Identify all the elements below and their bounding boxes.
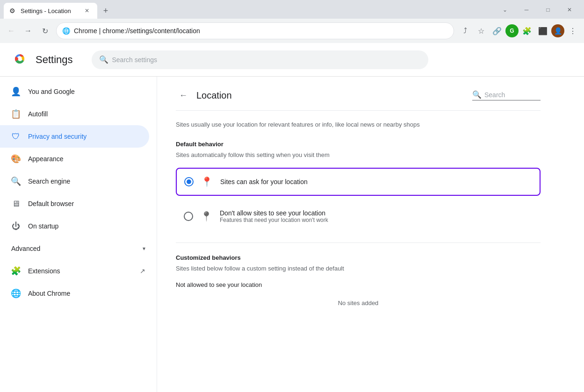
page-title: Location	[196, 90, 232, 101]
content-area: ← Location 🔍 Search Sites usually use yo…	[157, 77, 559, 325]
sidebar-item-privacy-security[interactable]: 🛡 Privacy and security	[0, 125, 149, 148]
forward-button[interactable]: →	[21, 23, 36, 38]
deny-location-option[interactable]: 📍 Don't allow sites to see your location…	[176, 201, 541, 231]
minimize-button[interactable]: ─	[516, 3, 537, 17]
content-header: ← Location 🔍 Search	[176, 88, 541, 111]
sidebar-item-label: Privacy and security	[28, 133, 87, 140]
sidebar-item-label: Search engine	[28, 178, 70, 185]
customized-subtitle: Sites listed below follow a custom setti…	[176, 265, 541, 272]
address-favicon: 🌐	[62, 27, 70, 35]
content-search[interactable]: 🔍 Search	[472, 90, 541, 100]
toolbar-icons: ⤴ ☆ 🔗 G 🧩 ⬛ 👤 ⋮	[458, 23, 580, 38]
deny-label-group: Don't allow sites to see your location F…	[220, 209, 328, 223]
window-controls: ⌄ ─ □ ✕	[494, 3, 580, 17]
extensions-puzzle-icon: 🧩	[11, 266, 21, 276]
default-behavior-subtitle: Sites automatically follow this setting …	[176, 151, 541, 158]
active-tab[interactable]: ⚙ Settings - Location ✕	[4, 3, 97, 19]
chevron-down-button[interactable]: ⌄	[494, 3, 516, 17]
section-divider	[176, 242, 541, 243]
sidebar-toggle-icon[interactable]: ⬛	[535, 23, 550, 38]
settings-body: 👤 You and Google 📋 Autofill 🛡 Privacy an…	[0, 77, 584, 392]
no-sites-text: No sites added	[176, 292, 541, 314]
sidebar-item-label: About Chrome	[28, 290, 70, 297]
puzzle-icon[interactable]: 🧩	[519, 23, 534, 38]
startup-icon: ⏻	[11, 221, 21, 231]
shield-icon: 🛡	[11, 132, 21, 141]
search-engine-icon: 🔍	[11, 177, 21, 186]
bookmark-icon[interactable]: ☆	[474, 23, 489, 38]
browser-window: ⚙ Settings - Location ✕ + ⌄ ─ □ ✕ ← → ↻ …	[0, 0, 584, 392]
not-allowed-title: Not allowed to see your location	[176, 281, 541, 288]
reload-button[interactable]: ↻	[37, 23, 52, 38]
sidebar-item-label: Default browser	[28, 200, 74, 207]
external-link-icon: ↗	[140, 267, 145, 275]
location-info-text: Sites usually use your location for rele…	[176, 120, 541, 129]
sidebar: 👤 You and Google 📋 Autofill 🛡 Privacy an…	[0, 77, 157, 392]
deny-radio-button[interactable]	[184, 212, 193, 221]
sidebar-item-label: On startup	[28, 222, 58, 230]
close-button[interactable]: ✕	[559, 3, 580, 17]
tab-favicon: ⚙	[9, 7, 17, 14]
sidebar-item-default-browser[interactable]: 🖥 Default browser	[0, 192, 149, 215]
sidebar-item-about-chrome[interactable]: 🌐 About Chrome	[0, 282, 149, 305]
title-bar: ⚙ Settings - Location ✕ + ⌄ ─ □ ✕	[0, 0, 584, 19]
allow-label: Sites can ask for your location	[220, 178, 308, 185]
allow-location-option[interactable]: 📍 Sites can ask for your location	[176, 168, 541, 196]
tab-title: Settings - Location	[21, 7, 79, 14]
default-browser-icon: 🖥	[11, 199, 21, 208]
back-button[interactable]: ←	[4, 23, 19, 38]
address-domain: Chrome	[74, 27, 97, 35]
sidebar-item-you-google[interactable]: 👤 You and Google	[0, 80, 149, 103]
content-header-left: ← Location	[176, 88, 232, 103]
content-search-icon: 🔍	[472, 90, 482, 99]
profile-avatar[interactable]: 👤	[551, 24, 564, 37]
default-behavior-title: Default behavior	[176, 141, 541, 148]
settings-search-bar[interactable]: 🔍 Search settings	[92, 50, 428, 69]
main-content: ← Location 🔍 Search Sites usually use yo…	[157, 77, 584, 392]
settings-header: Settings 🔍 Search settings	[0, 43, 584, 77]
settings-page: Settings 🔍 Search settings 👤 You and Goo…	[0, 43, 584, 392]
address-bar[interactable]: 🌐 Chrome | chrome://settings/content/loc…	[56, 22, 454, 39]
location-pin-icon: 📍	[201, 176, 213, 187]
deny-label: Don't allow sites to see your location	[220, 209, 328, 217]
autofill-icon: 📋	[11, 109, 21, 119]
sidebar-item-label: Appearance	[28, 155, 64, 163]
maximize-button[interactable]: □	[537, 3, 559, 17]
allow-radio-button[interactable]	[184, 177, 194, 186]
address-text: Chrome | chrome://settings/content/locat…	[74, 27, 200, 35]
chrome-logo	[11, 50, 28, 69]
extensions-icon[interactable]: 🔗	[490, 23, 505, 38]
sidebar-item-label: Autofill	[28, 110, 48, 118]
content-search-label: Search	[484, 91, 541, 99]
address-url: chrome://settings/content/location	[102, 27, 200, 35]
sidebar-advanced-label: Advanced	[11, 245, 40, 252]
chrome-icon: 🌐	[11, 289, 21, 298]
navigation-bar: ← → ↻ 🌐 Chrome | chrome://settings/conte…	[0, 19, 584, 43]
location-back-button[interactable]: ←	[176, 88, 191, 103]
chevron-down-icon: ▾	[143, 245, 145, 252]
sidebar-item-extensions[interactable]: 🧩 Extensions ↗	[0, 260, 157, 282]
sidebar-advanced[interactable]: Advanced ▾	[0, 237, 157, 260]
share-icon[interactable]: ⤴	[458, 23, 473, 38]
sidebar-item-appearance[interactable]: 🎨 Appearance	[0, 148, 149, 170]
sidebar-extensions-label: Extensions	[28, 267, 60, 275]
location-blocked-icon: 📍	[201, 211, 212, 222]
sidebar-item-on-startup[interactable]: ⏻ On startup	[0, 215, 149, 237]
sidebar-item-label: You and Google	[28, 88, 75, 95]
allow-label-group: Sites can ask for your location	[220, 178, 308, 185]
customized-title: Customized behaviors	[176, 254, 541, 261]
search-icon: 🔍	[99, 55, 108, 64]
sidebar-item-autofill[interactable]: 📋 Autofill	[0, 103, 149, 125]
grammarly-icon[interactable]: G	[505, 24, 519, 37]
appearance-icon: 🎨	[11, 154, 21, 164]
sidebar-item-search-engine[interactable]: 🔍 Search engine	[0, 170, 149, 192]
new-tab-button[interactable]: +	[99, 4, 112, 17]
tab-close-button[interactable]: ✕	[82, 6, 92, 15]
person-icon: 👤	[11, 87, 21, 96]
search-placeholder: Search settings	[112, 56, 158, 64]
menu-icon[interactable]: ⋮	[565, 23, 580, 38]
deny-sublabel: Features that need your location won't w…	[220, 217, 328, 223]
settings-title: Settings	[36, 54, 73, 66]
